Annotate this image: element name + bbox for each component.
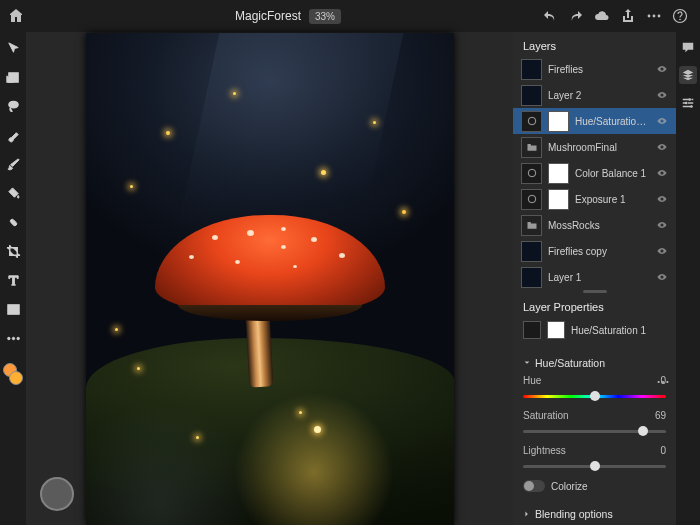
undo-icon[interactable] <box>542 8 558 24</box>
blending-toggle[interactable]: Blending options <box>523 508 666 520</box>
layer-row[interactable]: Fireflies <box>513 56 676 82</box>
layers-list: FirefliesLayer 2Hue/Saturation 1Mushroom… <box>513 56 676 290</box>
lasso-tool-icon[interactable] <box>3 96 23 116</box>
colorize-toggle[interactable] <box>523 480 545 492</box>
canvas[interactable] <box>86 33 454 525</box>
doc-title: MagicForest <box>235 9 301 23</box>
visibility-icon[interactable] <box>656 193 668 205</box>
layer-name: MossRocks <box>548 220 650 231</box>
svg-point-0 <box>648 15 651 18</box>
layer-mask <box>548 111 569 132</box>
layer-thumb <box>521 241 542 262</box>
visibility-icon[interactable] <box>656 115 668 127</box>
canvas-area[interactable] <box>26 32 513 525</box>
visibility-icon[interactable] <box>656 245 668 257</box>
share-icon[interactable] <box>620 8 636 24</box>
crop-tool-icon[interactable] <box>3 241 23 261</box>
layer-row[interactable]: Layer 1 <box>513 264 676 290</box>
fill-tool-icon[interactable] <box>3 183 23 203</box>
panel-tabs <box>676 32 700 525</box>
type-tool-icon[interactable] <box>3 270 23 290</box>
layer-name: Fireflies copy <box>548 246 650 257</box>
transform-tool-icon[interactable] <box>3 67 23 87</box>
hs-section-toggle[interactable]: Hue/Saturation <box>523 357 666 369</box>
layer-thumb <box>521 163 542 184</box>
zoom-badge[interactable]: 33% <box>309 9 341 24</box>
visibility-icon[interactable] <box>656 141 668 153</box>
svg-point-9 <box>12 337 14 339</box>
touch-shortcut[interactable] <box>40 477 74 511</box>
visibility-icon[interactable] <box>656 271 668 283</box>
cloud-icon[interactable] <box>594 8 610 24</box>
layer-row[interactable]: Fireflies copy <box>513 238 676 264</box>
svg-point-12 <box>528 169 536 177</box>
layer-thumb <box>521 137 542 158</box>
sat-slider[interactable] <box>523 425 666 437</box>
layer-name: Exposure 1 <box>575 194 650 205</box>
svg-point-5 <box>8 101 17 108</box>
visibility-icon[interactable] <box>656 89 668 101</box>
layer-name: Hue/Saturation 1 <box>575 116 650 127</box>
layer-name: Fireflies <box>548 64 650 75</box>
layer-row[interactable]: MushroomFinal <box>513 134 676 160</box>
layer-props-header: Layer Properties <box>513 293 676 317</box>
layer-thumb <box>521 85 542 106</box>
svg-point-2 <box>658 15 661 18</box>
heal-tool-icon[interactable] <box>3 212 23 232</box>
layer-row[interactable]: Color Balance 1 <box>513 160 676 186</box>
colorize-label: Colorize <box>551 481 588 492</box>
more-tools-icon[interactable] <box>3 328 23 348</box>
svg-point-10 <box>16 337 18 339</box>
layer-mask <box>548 189 569 210</box>
layer-name: Layer 2 <box>548 90 650 101</box>
sat-value[interactable]: 69 <box>655 410 666 421</box>
topbar: MagicForest 33% <box>0 0 700 32</box>
svg-point-4 <box>679 19 681 21</box>
svg-point-13 <box>528 195 536 203</box>
layer-name: Layer 1 <box>548 272 650 283</box>
layer-mask <box>548 163 569 184</box>
hue-slider[interactable] <box>523 390 666 402</box>
menu-dots-icon[interactable] <box>646 8 662 24</box>
layer-thumb <box>521 267 542 288</box>
placeholder-tool-icon[interactable] <box>3 299 23 319</box>
svg-point-1 <box>653 15 656 18</box>
comments-tab-icon[interactable] <box>679 38 697 56</box>
svg-point-19 <box>685 102 688 105</box>
toolbar <box>0 32 26 525</box>
svg-point-14 <box>658 381 660 383</box>
layer-row[interactable]: MossRocks <box>513 212 676 238</box>
properties-tab-icon[interactable] <box>679 94 697 112</box>
brush-tool-icon[interactable] <box>3 154 23 174</box>
layer-thumb <box>521 111 542 132</box>
layers-header: Layers <box>513 32 676 56</box>
selection-brush-icon[interactable] <box>3 125 23 145</box>
layer-thumb <box>521 59 542 80</box>
light-value[interactable]: 0 <box>660 445 666 456</box>
hs-more-icon[interactable] <box>656 375 670 389</box>
visibility-icon[interactable] <box>656 167 668 179</box>
layers-tab-icon[interactable] <box>679 66 697 84</box>
redo-icon[interactable] <box>568 8 584 24</box>
layer-name: MushroomFinal <box>548 142 650 153</box>
svg-point-11 <box>528 117 536 125</box>
color-swatches[interactable] <box>3 363 23 385</box>
panels: Layers FirefliesLayer 2Hue/Saturation 1M… <box>513 32 676 525</box>
blending-title: Blending options <box>535 508 613 520</box>
home-icon[interactable] <box>8 8 24 24</box>
visibility-icon[interactable] <box>656 219 668 231</box>
svg-point-8 <box>7 337 9 339</box>
layer-props-mask <box>547 321 565 339</box>
move-tool-icon[interactable] <box>3 38 23 58</box>
layer-thumb <box>521 189 542 210</box>
layer-row[interactable]: Hue/Saturation 1 <box>513 108 676 134</box>
visibility-icon[interactable] <box>656 63 668 75</box>
sat-label: Saturation <box>523 410 569 421</box>
svg-point-15 <box>662 381 664 383</box>
light-slider[interactable] <box>523 460 666 472</box>
svg-point-18 <box>688 98 691 101</box>
layer-name: Color Balance 1 <box>575 168 650 179</box>
layer-row[interactable]: Exposure 1 <box>513 186 676 212</box>
layer-row[interactable]: Layer 2 <box>513 82 676 108</box>
help-icon[interactable] <box>672 8 688 24</box>
